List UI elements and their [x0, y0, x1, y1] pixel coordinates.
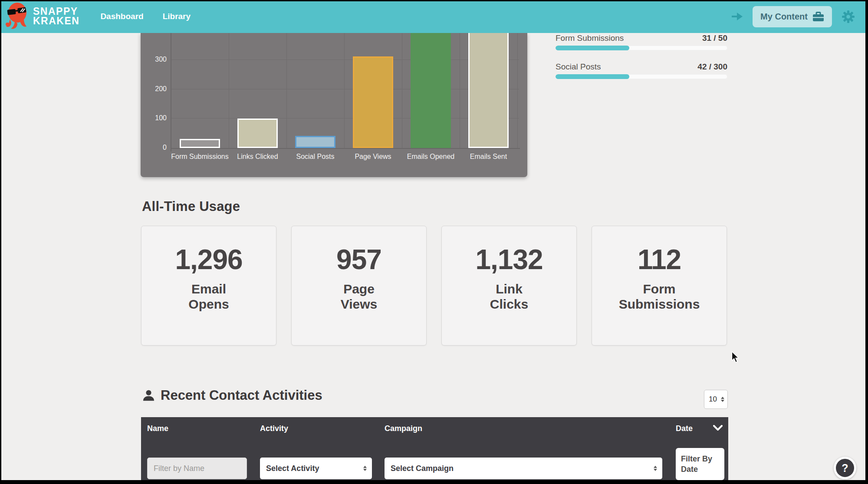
chart-y-axis [171, 33, 171, 151]
chart-gridline-v [344, 33, 345, 148]
stat-label: LinkClicks [442, 282, 576, 312]
chart-x-label: Emails Sent [460, 153, 517, 161]
select-campaign-dropdown[interactable]: Select Campaign [385, 458, 662, 479]
stat-value: 1,132 [442, 244, 576, 276]
chart-gridline-v [286, 33, 287, 148]
activities-title: Recent Contact Activities [161, 388, 322, 403]
chart-x-label: Links Clicked [229, 153, 286, 161]
stat-value: 112 [592, 244, 727, 276]
chart-x-label: Page Views [344, 153, 402, 161]
help-button[interactable]: ? [834, 457, 856, 479]
quota-progress-fill [556, 74, 629, 79]
all-time-usage-cards: 1,296 EmailOpens 957 PageViews 1,132 Lin… [141, 226, 731, 346]
quota-value: 42 / 300 [697, 62, 727, 72]
column-header-activity: Activity [260, 424, 288, 433]
stat-label: PageViews [292, 282, 426, 312]
nav-right-group: My Content [731, 6, 855, 27]
question-mark-icon: ? [842, 462, 848, 474]
chart-gridline-v [402, 33, 402, 148]
chart-gridline-v [517, 33, 518, 148]
stat-label: EmailOpens [141, 282, 276, 312]
nav-item-library[interactable]: Library [163, 12, 191, 21]
column-header-date[interactable]: Date [676, 424, 693, 433]
my-content-button[interactable]: My Content [753, 6, 832, 27]
top-navbar: SNAPPY KRAKEN Dashboard Library My Conte… [0, 0, 868, 33]
stat-card-page-views: 957 PageViews [291, 226, 427, 346]
screen-frame-right [865, 0, 868, 484]
select-campaign-value: Select Campaign [391, 464, 454, 473]
chart-gridline-v [460, 33, 460, 148]
activities-header: Recent Contact Activities [142, 388, 322, 403]
updown-spinner-icon [363, 466, 367, 471]
chart-plot: 0100200300 [141, 33, 527, 148]
page-size-select[interactable]: 10 [704, 390, 728, 409]
chart-gridline-v [229, 33, 229, 148]
quota-item: Form Submissions31 / 50 [556, 33, 727, 50]
screen-frame-top [0, 0, 868, 1]
stat-label: FormSubmissions [592, 282, 727, 312]
person-icon [142, 389, 155, 402]
gear-icon[interactable] [842, 10, 855, 23]
brand-wordmark: SNAPPY KRAKEN [33, 7, 79, 26]
quota-progress-track [556, 46, 727, 50]
quota-progress-fill [556, 46, 629, 50]
quota-item: Social Posts42 / 300 [556, 62, 727, 79]
chart-x-axis [171, 148, 520, 149]
quota-panel: Form Submissions31 / 50Social Posts42 / … [556, 33, 727, 91]
select-activity-value: Select Activity [266, 464, 319, 473]
chart-bar-form-submissions [180, 139, 220, 148]
stat-value: 1,296 [141, 244, 276, 276]
chart-y-tick-label: 0 [141, 144, 167, 151]
arrow-right-icon[interactable] [731, 12, 743, 21]
quota-label: Social Posts [556, 62, 601, 72]
column-header-campaign: Campaign [385, 424, 422, 433]
brand-logo[interactable]: SNAPPY KRAKEN [6, 2, 79, 31]
column-header-name: Name [147, 424, 168, 433]
updown-spinner-icon [721, 397, 724, 402]
chart-bar-links-clicked [237, 119, 278, 148]
chart-gridline-h [171, 89, 519, 89]
quota-progress-track [556, 74, 727, 79]
stat-card-link-clicks: 1,132 LinkClicks [441, 226, 577, 346]
chart-bar-emails-opened [411, 33, 451, 148]
mouse-cursor [730, 352, 740, 365]
my-content-label: My Content [760, 12, 808, 22]
filter-by-date-button[interactable]: Filter By Date [676, 448, 724, 480]
quota-value: 31 / 50 [702, 33, 727, 43]
updown-spinner-icon [654, 466, 657, 471]
chart-bar-social-posts [295, 136, 335, 148]
quota-label: Form Submissions [556, 33, 624, 43]
chart-x-label: Social Posts [286, 153, 344, 161]
stat-value: 957 [292, 244, 426, 276]
chart-gridline-h [171, 59, 519, 60]
usage-chart-panel: 0100200300 Form SubmissionsLinks Clicked… [141, 33, 527, 177]
chart-x-label: Form Submissions [171, 153, 229, 161]
filter-by-name-input[interactable] [147, 458, 247, 479]
select-activity-dropdown[interactable]: Select Activity [260, 458, 372, 479]
chevron-down-icon[interactable] [713, 425, 723, 433]
kraken-logo-icon [6, 2, 29, 31]
chart-y-tick-label: 100 [141, 114, 167, 122]
chart-bar-emails-sent [468, 33, 509, 148]
stat-card-email-opens: 1,296 EmailOpens [141, 226, 276, 346]
screen-frame-bottom [0, 480, 868, 484]
nav-links: Dashboard Library [100, 12, 191, 21]
nav-item-dashboard[interactable]: Dashboard [100, 12, 143, 21]
activities-table: Name Activity Campaign Date Select Activ… [141, 417, 728, 481]
all-time-usage-title: All-Time Usage [142, 199, 240, 214]
page-size-value: 10 [709, 395, 717, 404]
chart-y-tick-label: 300 [141, 56, 167, 63]
page: { "navbar": { "brand_line1": "SNAPPY", "… [0, 0, 868, 484]
screen-frame-left [0, 0, 1, 484]
chart-bar-page-views [353, 56, 393, 148]
chart-y-tick-label: 200 [141, 85, 167, 93]
chart-x-label: Emails Opened [402, 153, 460, 161]
stat-card-form-submissions: 112 FormSubmissions [592, 226, 727, 346]
chart-gridline-h [171, 118, 519, 119]
briefcase-icon [812, 12, 824, 22]
